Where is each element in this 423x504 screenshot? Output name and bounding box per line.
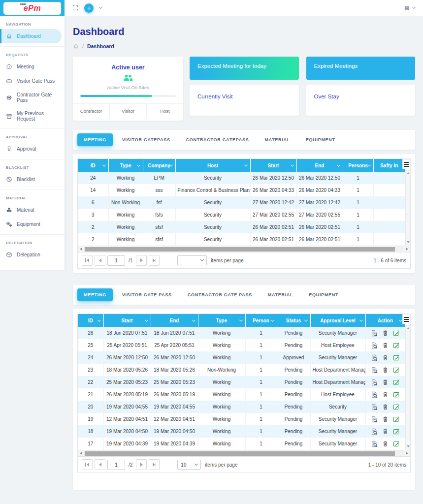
- delete-icon[interactable]: [382, 354, 389, 361]
- edit-icon[interactable]: [393, 354, 399, 361]
- edit-icon[interactable]: [393, 391, 399, 398]
- table-row[interactable]: 2WorkingsfsfSecurity26 Mar 2020 02:5126 …: [78, 221, 405, 233]
- delete-icon[interactable]: [382, 441, 389, 447]
- edit-icon[interactable]: [393, 330, 399, 336]
- col-header-type[interactable]: Type: [108, 159, 143, 172]
- view-icon[interactable]: [371, 428, 378, 435]
- sidebar-item-meeting[interactable]: Meeting: [0, 60, 65, 74]
- horizontal-scrollbar[interactable]: [78, 450, 410, 456]
- scrollbar-thumb[interactable]: [85, 247, 395, 252]
- col-header-action[interactable]: Action: [365, 314, 405, 327]
- col-header-end[interactable]: End: [296, 159, 343, 172]
- sidebar-item-equipment[interactable]: Equipment: [0, 217, 65, 231]
- delete-icon[interactable]: [382, 404, 389, 410]
- col-header-id[interactable]: ID: [78, 159, 108, 172]
- scrollbar-thumb[interactable]: [85, 451, 395, 456]
- col-header-person[interactable]: Person: [245, 314, 277, 327]
- sidebar-item-visitor-gate-pass[interactable]: Visitor Gate Pass: [0, 74, 65, 88]
- edit-icon[interactable]: [393, 367, 399, 373]
- table-row[interactable]: 14WorkingsssFinance Control & Business P…: [78, 184, 405, 196]
- view-icon[interactable]: [371, 342, 378, 349]
- sidebar-item-dashboard[interactable]: Dashboard: [0, 29, 62, 43]
- table-row[interactable]: 24WorkingEPMSecurity26 Mar 2020 12:5026 …: [78, 172, 405, 184]
- table-row[interactable]: 1819 Mar 2020 04:5019 Mar 2020 04:50Work…: [78, 425, 405, 438]
- last-page-button[interactable]: [149, 255, 160, 266]
- delete-icon[interactable]: [382, 379, 389, 385]
- col-header-company[interactable]: Company: [143, 159, 175, 172]
- scroll-right-icon[interactable]: [404, 246, 410, 252]
- tab-material[interactable]: MATERIAL: [261, 288, 299, 301]
- scroll-up-icon[interactable]: [407, 327, 410, 329]
- col-header-id[interactable]: ID: [78, 314, 103, 327]
- scroll-down-icon[interactable]: [407, 241, 410, 243]
- delete-icon[interactable]: [382, 391, 389, 398]
- table-row[interactable]: 2618 Jun 2020 07:5118 Jun 2020 07:51Work…: [78, 327, 405, 339]
- col-header-start[interactable]: Start: [250, 159, 296, 172]
- delete-icon[interactable]: [382, 367, 389, 373]
- edit-icon[interactable]: [393, 428, 399, 435]
- sidebar-item-approval[interactable]: Approval: [0, 142, 65, 156]
- next-page-button[interactable]: [136, 459, 147, 470]
- chevron-down-icon[interactable]: [412, 5, 416, 9]
- app-logo[interactable]: ePm: [3, 2, 61, 15]
- page-number-input[interactable]: [107, 255, 125, 266]
- col-header-persons[interactable]: Persons: [343, 159, 373, 172]
- scroll-left-icon[interactable]: [78, 246, 84, 252]
- scroll-down-icon[interactable]: [407, 445, 410, 447]
- table-row[interactable]: 1912 Mar 2020 04:5112 Mar 2020 04:51Work…: [78, 413, 405, 425]
- table-row[interactable]: 2126 Mar 2020 05:1926 Mar 2020 05:19Work…: [78, 388, 405, 401]
- card-currently-visit[interactable]: Currently Visit: [190, 85, 299, 116]
- next-page-button[interactable]: [136, 255, 147, 266]
- view-icon[interactable]: [371, 367, 378, 374]
- add-button[interactable]: +: [84, 3, 94, 13]
- legend-contractor[interactable]: Contractor: [73, 104, 109, 118]
- col-header-safty-in[interactable]: Safty In: [373, 159, 405, 172]
- prev-page-button[interactable]: [95, 459, 105, 470]
- vertical-scrollbar[interactable]: [405, 325, 410, 450]
- delete-icon[interactable]: [382, 416, 389, 422]
- col-header-end[interactable]: End: [151, 314, 198, 327]
- edit-icon[interactable]: [393, 342, 399, 348]
- tab-visitor-gate-pass[interactable]: VISITOR GATE PASS: [116, 288, 178, 301]
- table-row[interactable]: 2225 Mar 2020 05:2325 Mar 2020 05:23Work…: [78, 376, 405, 388]
- horizontal-scrollbar[interactable]: [78, 246, 410, 252]
- view-icon[interactable]: [371, 441, 378, 447]
- card-expected-meetings[interactable]: Expected Meeting for today: [190, 57, 299, 80]
- tab-material[interactable]: MATERIAL: [258, 133, 296, 146]
- edit-icon[interactable]: [393, 404, 399, 410]
- first-page-button[interactable]: [82, 459, 93, 470]
- chevron-down-icon[interactable]: [99, 5, 102, 9]
- view-icon[interactable]: [371, 404, 378, 410]
- legend-visitor[interactable]: Visitor: [109, 104, 146, 118]
- prev-page-button[interactable]: [95, 255, 105, 266]
- tab-visitor-gatepass[interactable]: VISITOR GATEPASS: [116, 133, 177, 146]
- fullscreen-icon[interactable]: [72, 5, 78, 11]
- page-number-input[interactable]: [107, 460, 125, 470]
- edit-icon[interactable]: [393, 379, 399, 385]
- legend-host[interactable]: Host: [146, 104, 183, 118]
- view-icon[interactable]: [371, 379, 378, 386]
- first-page-button[interactable]: [82, 255, 93, 266]
- table-row[interactable]: 6Non-WorkingfsfSecurity27 Mar 2020 12:42…: [78, 196, 405, 209]
- card-over-stay[interactable]: Over Stay: [306, 85, 416, 116]
- table-row[interactable]: 2426 Mar 2020 12:5026 Mar 2020 12:50Work…: [78, 351, 405, 364]
- table-row[interactable]: 2WorkingsfsfSecurity26 Mar 2020 02:5126 …: [78, 233, 405, 246]
- scroll-up-icon[interactable]: [407, 172, 410, 174]
- column-menu-button[interactable]: [402, 159, 410, 169]
- tab-contractor-gatepass[interactable]: CONTRACTOR GATEPASS: [180, 133, 256, 146]
- sidebar-item-delegation[interactable]: Delegation: [0, 248, 65, 262]
- column-menu-button[interactable]: [402, 314, 410, 324]
- table-row[interactable]: 3WorkingfsfsSecurity27 Mar 2020 02:5527 …: [78, 209, 405, 221]
- table-row[interactable]: 2318 Mar 2020 05:2618 Mar 2020 05:26Non-…: [78, 364, 405, 376]
- view-icon[interactable]: [371, 330, 378, 337]
- tab-meeting[interactable]: MEETING: [77, 288, 113, 301]
- edit-icon[interactable]: [393, 441, 399, 447]
- tab-contractor-gate-pass[interactable]: CONTRACTOR GATE PASS: [181, 288, 259, 301]
- sidebar-item-contractor-gate-pass[interactable]: Contractor Gate Pass: [0, 88, 65, 107]
- table-row[interactable]: 2019 Mar 2020 04:5519 Mar 2020 04:55Work…: [78, 401, 405, 413]
- sidebar-item-material[interactable]: Material: [0, 203, 65, 217]
- last-page-button[interactable]: [149, 459, 160, 470]
- card-expired-meetings[interactable]: Expired Meetings: [306, 57, 416, 80]
- home-icon[interactable]: [73, 43, 79, 49]
- settings-gear-icon[interactable]: [404, 5, 410, 11]
